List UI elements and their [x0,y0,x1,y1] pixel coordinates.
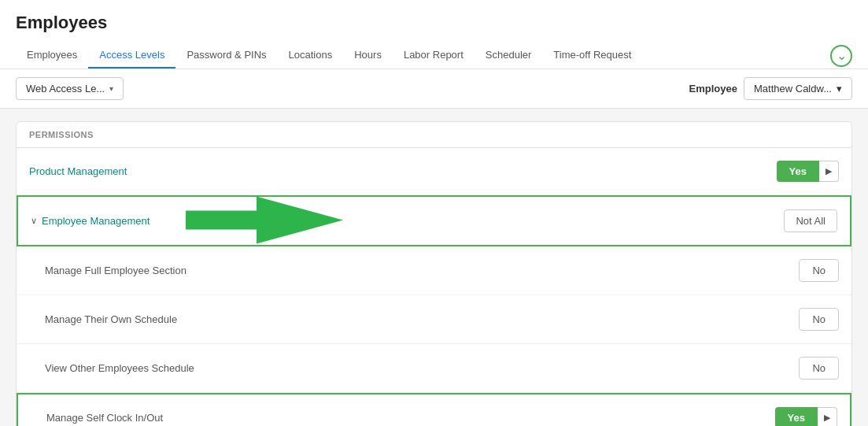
tab-locations[interactable]: Locations [278,43,344,69]
nav-right: ⌄ [830,45,852,67]
btn-toggle-self-clock[interactable]: ▶ [818,407,837,426]
header: Employees Employees Access Levels Passwo… [0,0,868,69]
btn-no-manage-full-employee[interactable]: No [799,259,839,282]
permissions-card: PERMISSIONS Product Management Yes ▶ ∨ E… [16,121,852,426]
svg-marker-0 [186,196,343,243]
employee-label: Employee [689,83,737,94]
permission-row-manage-own-schedule: Manage Their Own Schedule No [17,295,851,344]
employee-value: Matthew Caldw... [754,83,832,94]
permission-name-manage-own-schedule: Manage Their Own Schedule [29,313,177,325]
employee-dropdown[interactable]: Matthew Caldw... ▾ [744,77,852,100]
toolbar: Web Access Le... ▾ Employee Matthew Cald… [0,69,868,109]
chevron-down-icon: ▾ [109,84,113,93]
permission-row-manage-full-employee: Manage Full Employee Section No [17,246,851,295]
employee-selector: Employee Matthew Caldw... ▾ [689,77,852,100]
btn-no-manage-own-schedule[interactable]: No [799,308,839,331]
toggle-manage-own-schedule: No [799,308,839,331]
page-title: Employees [16,13,852,33]
collapse-icon[interactable]: ⌄ [830,45,852,67]
toggle-manage-full-employee: No [799,259,839,282]
permission-name-view-other-schedule: View Other Employees Schedule [29,362,194,374]
tab-employees[interactable]: Employees [16,43,88,69]
tab-labor-report[interactable]: Labor Report [393,43,475,69]
employee-chevron-icon: ▾ [837,83,842,94]
permission-name-product-management: Product Management [29,165,127,177]
tab-scheduler[interactable]: Scheduler [475,43,543,69]
tab-access-levels[interactable]: Access Levels [88,43,175,69]
page-container: Employees Employees Access Levels Passwo… [0,0,868,426]
permission-name-manage-full-employee: Manage Full Employee Section [29,265,187,276]
nav-tabs: Employees Access Levels Password & PINs … [16,43,852,69]
toggle-employee-management: Not All [784,209,837,232]
btn-not-all-employee-management[interactable]: Not All [784,209,837,232]
btn-toggle-product-management[interactable]: ▶ [819,161,839,182]
permissions-header: PERMISSIONS [17,122,851,148]
permission-row-product-management: Product Management Yes ▶ [17,148,851,195]
access-level-dropdown[interactable]: Web Access Le... ▾ [16,77,124,100]
tab-password-pins[interactable]: Password & PINs [175,43,277,69]
btn-yes-product-management[interactable]: Yes [777,161,819,182]
btn-no-view-other-schedule[interactable]: No [799,357,839,380]
toggle-product-management: Yes ▶ [777,161,839,182]
tab-time-off-request[interactable]: Time-off Request [542,43,642,69]
em-label-row: ∨ Employee Management [31,215,150,227]
toggle-manage-self-clock: Yes ▶ [775,407,837,426]
toggle-view-other-schedule: No [799,357,839,380]
permission-row-employee-management: ∨ Employee Management Not All [17,195,851,246]
arrow-svg [186,196,343,243]
permission-name-manage-self-clock: Manage Self Clock In/Out [31,412,163,424]
main-content: PERMISSIONS Product Management Yes ▶ ∨ E… [0,109,868,426]
permission-row-view-other-schedule: View Other Employees Schedule No [17,344,851,393]
employee-management-wrapper: ∨ Employee Management Not All [17,195,851,246]
permission-name-employee-management: Employee Management [42,215,150,227]
tab-hours[interactable]: Hours [343,43,393,69]
permission-row-manage-self-clock: Manage Self Clock In/Out Yes ▶ [17,393,851,426]
access-level-value: Web Access Le... [26,83,105,94]
btn-yes-manage-self-clock[interactable]: Yes [775,407,818,426]
expand-icon: ∨ [31,216,37,226]
annotation-arrow [186,196,343,246]
